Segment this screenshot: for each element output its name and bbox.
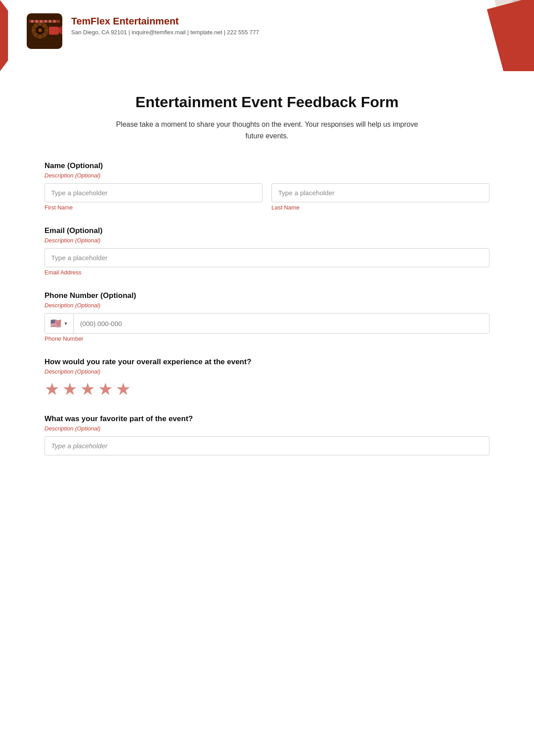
star-1[interactable]: ★ (44, 379, 60, 399)
favorite-description: Description (Optional) (44, 425, 490, 432)
country-flag-button[interactable]: 🇺🇸 ▼ (45, 314, 74, 333)
favorite-field-group: What was your favorite part of the event… (44, 414, 490, 455)
us-flag-icon: 🇺🇸 (50, 318, 61, 329)
name-label: Name (Optional) (44, 161, 490, 170)
name-description: Description (Optional) (44, 172, 490, 179)
svg-rect-15 (31, 20, 33, 23)
header-text: TemFlex Entertainment San Diego, CA 9210… (71, 13, 259, 36)
header-content: TemFlex Entertainment San Diego, CA 9210… (27, 13, 507, 49)
left-accent-decoration (0, 0, 8, 71)
svg-point-3 (38, 28, 42, 32)
rating-label: How would you rate your overall experien… (44, 358, 490, 366)
svg-rect-20 (53, 20, 56, 23)
phone-number-input[interactable] (74, 314, 489, 333)
form-container: Entertainment Event Feedback Form Please… (0, 71, 534, 498)
phone-field-group: Phone Number (Optional) Description (Opt… (44, 291, 490, 342)
svg-rect-19 (49, 20, 51, 23)
rating-field-group: How would you rate your overall experien… (44, 358, 490, 399)
favorite-input[interactable] (44, 436, 490, 455)
chevron-down-icon: ▼ (64, 321, 68, 326)
name-inputs-row: First Name Last Name (44, 183, 490, 211)
email-label: Email (Optional) (44, 226, 490, 235)
star-5[interactable]: ★ (116, 379, 131, 399)
company-logo (27, 13, 62, 49)
svg-rect-18 (44, 20, 47, 23)
first-name-col: First Name (44, 183, 263, 211)
stars-rating[interactable]: ★ ★ ★ ★ ★ (44, 379, 490, 399)
form-subtitle: Please take a moment to share your thoug… (111, 119, 423, 141)
phone-description: Description (Optional) (44, 302, 490, 309)
company-name: TemFlex Entertainment (71, 16, 259, 27)
favorite-label: What was your favorite part of the event… (44, 414, 490, 423)
company-details: San Diego, CA 92101 | inquire@temflex.ma… (71, 29, 259, 36)
first-name-sublabel: First Name (44, 204, 263, 211)
star-4[interactable]: ★ (98, 379, 113, 399)
phone-label: Phone Number (Optional) (44, 291, 490, 300)
email-field-group: Email (Optional) Description (Optional) … (44, 226, 490, 276)
star-2[interactable]: ★ (62, 379, 77, 399)
rating-description: Description (Optional) (44, 368, 490, 375)
svg-rect-17 (40, 20, 42, 23)
svg-rect-16 (36, 20, 38, 23)
email-sublabel: Email Address (44, 269, 490, 276)
phone-sublabel: Phone Number (44, 335, 490, 342)
last-name-sublabel: Last Name (271, 204, 490, 211)
last-name-input[interactable] (271, 183, 490, 202)
phone-input-row: 🇺🇸 ▼ (44, 313, 490, 334)
right-accent-decoration (436, 0, 534, 71)
email-description: Description (Optional) (44, 237, 490, 244)
email-input[interactable] (44, 248, 490, 267)
form-title: Entertainment Event Feedback Form (44, 93, 490, 111)
page: TemFlex Entertainment San Diego, CA 9210… (0, 0, 534, 756)
first-name-input[interactable] (44, 183, 263, 202)
name-field-group: Name (Optional) Description (Optional) F… (44, 161, 490, 211)
star-3[interactable]: ★ (80, 379, 95, 399)
header: TemFlex Entertainment San Diego, CA 9210… (0, 0, 534, 71)
svg-rect-12 (49, 27, 59, 35)
last-name-col: Last Name (271, 183, 490, 211)
